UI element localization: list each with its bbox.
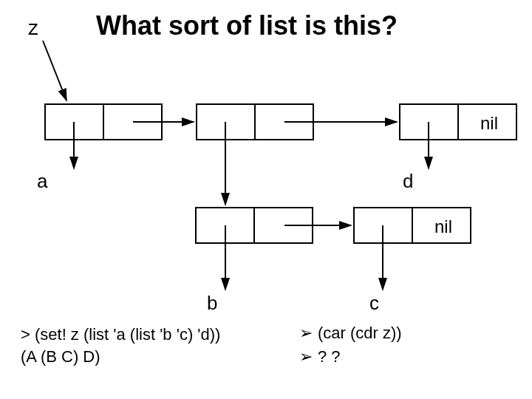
- answer-1: (car (cdr z)): [318, 324, 402, 343]
- bullet-2: ➢: [299, 347, 313, 366]
- nil-label-sub: nil: [434, 216, 452, 237]
- d-label: d: [403, 170, 413, 193]
- nil-label-top: nil: [480, 113, 498, 134]
- cons-top-3: [399, 103, 517, 140]
- bullet-1: ➢: [299, 324, 313, 343]
- cons-sub-1: [195, 207, 313, 244]
- cons-sub-2: [353, 207, 471, 244]
- z-label: z: [28, 16, 38, 40]
- c-label: c: [369, 292, 379, 315]
- cons-top-1: [44, 103, 163, 140]
- a-label: a: [37, 170, 47, 193]
- cons-top-2: [196, 103, 314, 140]
- code-line-2: (A (B C) D): [21, 347, 100, 366]
- svg-line-0: [43, 41, 66, 100]
- b-label: b: [207, 292, 217, 315]
- answer-2: ? ?: [318, 347, 341, 366]
- code-line-1: > (set! z (list 'a (list 'b 'c) 'd)): [21, 325, 220, 344]
- page-title: What sort of list is this?: [96, 10, 398, 41]
